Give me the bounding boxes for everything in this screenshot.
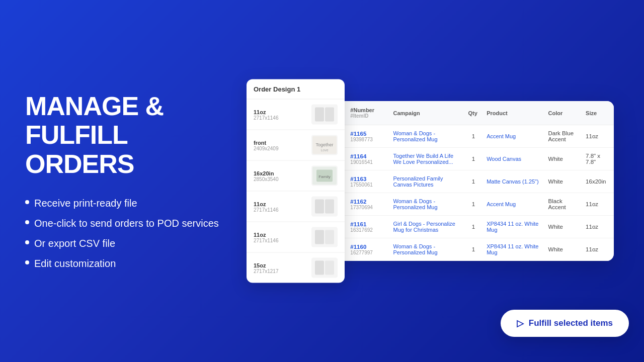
header-qty: Qty xyxy=(464,101,483,125)
table-row: #1163 17550061 Personalized Family Canva… xyxy=(327,170,614,193)
row-number: #1161 16317692 xyxy=(346,216,389,238)
bullet-dot xyxy=(25,220,29,224)
row-campaign: Woman & Dogs - Personalized Mug xyxy=(389,238,464,261)
row-campaign: Personalized Family Canvas Pictures xyxy=(389,170,464,193)
order-design-header: Order Design 1 xyxy=(247,79,345,100)
row-campaign: Together We Build A Life We Love Persona… xyxy=(389,148,464,170)
row-product: Matte Canvas (1.25") xyxy=(482,170,544,193)
table-row: #1164 19016541 Together We Build A Life … xyxy=(327,148,614,170)
design-thumbnail: Family xyxy=(311,166,338,186)
row-campaign: Girl & Dogs - Personalize Mug for Christ… xyxy=(389,216,464,238)
orders-table: #Number #ItemID Campaign Qty Product Col… xyxy=(327,101,614,261)
table-header-row: #Number #ItemID Campaign Qty Product Col… xyxy=(327,101,614,125)
row-qty: 1 xyxy=(464,125,483,148)
row-qty: 1 xyxy=(464,216,483,238)
row-number: #1163 17550061 xyxy=(346,170,389,193)
row-size: 11oz xyxy=(582,125,614,148)
design-item-1: 11oz 2717x1146 xyxy=(247,100,345,130)
bullet-item-2: One-click to send orders to POD services xyxy=(25,217,221,230)
table-row: #1162 17370694 Woman & Dogs - Personaliz… xyxy=(327,193,614,216)
row-size: 11oz xyxy=(582,238,614,261)
feature-list: Receive print-ready file One-click to se… xyxy=(25,197,221,270)
design-dim: 2717x1146 xyxy=(254,237,279,243)
row-color: Black Accent xyxy=(544,193,582,216)
table-row: #1160 16277997 Woman & Dogs - Personaliz… xyxy=(327,238,614,261)
design-thumbnail: Together Love xyxy=(311,135,338,155)
fulfill-button-wrapper: ▷ Fulfill selected items xyxy=(501,310,629,337)
row-product: Wood Canvas xyxy=(482,148,544,170)
row-size: 11oz xyxy=(582,216,614,238)
header-color: Color xyxy=(544,101,582,125)
fulfill-icon: ▷ xyxy=(517,318,524,329)
row-campaign: Woman & Dogs - Personalized Mug xyxy=(389,125,464,148)
bullet-dot xyxy=(25,260,29,264)
orders-table-wrapper: #Number #ItemID Campaign Qty Product Col… xyxy=(327,101,614,261)
design-item-2: front 2409x2409 Together Love xyxy=(247,130,345,161)
row-color: White xyxy=(544,148,582,170)
fulfill-selected-button[interactable]: ▷ Fulfill selected items xyxy=(501,310,629,337)
design-size: 11oz xyxy=(254,231,279,237)
bullet-item-1: Receive print-ready file xyxy=(25,197,221,210)
row-color: Dark Blue Accent xyxy=(544,125,582,148)
bullet-dot xyxy=(25,200,29,204)
design-item-5: 11oz 2717x1146 xyxy=(247,222,345,253)
row-size: 11oz xyxy=(582,193,614,216)
design-dim: 2717x1217 xyxy=(254,268,279,274)
bullet-item-4: Edit customization xyxy=(25,257,221,270)
row-number: #1165 19398773 xyxy=(346,125,389,148)
bullet-item-3: Or export CSV file xyxy=(25,237,221,250)
row-product: XP8434 11 oz. White Mug xyxy=(482,216,544,238)
order-design-card: Order Design 1 11oz 2717x1146 front 2409… xyxy=(247,79,345,283)
design-thumbnail xyxy=(311,258,338,278)
row-product: Accent Mug xyxy=(482,193,544,216)
row-qty: 1 xyxy=(464,148,483,170)
row-product: Accent Mug xyxy=(482,125,544,148)
right-panel: Order Design 1 11oz 2717x1146 front 2409… xyxy=(247,0,644,362)
design-item-3: 16x20in 2850x3540 Family xyxy=(247,161,345,192)
design-size: 15oz xyxy=(254,262,279,268)
header-number: #Number #ItemID xyxy=(346,101,389,125)
design-dim: 2717x1146 xyxy=(254,115,279,120)
row-campaign: Woman & Dogs - Personalized Mug xyxy=(389,193,464,216)
design-dim: 2850x3540 xyxy=(254,176,279,182)
row-qty: 1 xyxy=(464,238,483,261)
row-number: #1164 19016541 xyxy=(346,148,389,170)
design-dim: 2717x1146 xyxy=(254,207,279,212)
design-dim: 2409x2409 xyxy=(254,145,279,151)
svg-text:Family: Family xyxy=(318,174,331,179)
design-item-6: 15oz 2717x1217 xyxy=(247,253,345,283)
design-size: 11oz xyxy=(254,201,279,207)
row-product: XP8434 11 oz. White Mug xyxy=(482,238,544,261)
fulfill-button-label: Fulfill selected items xyxy=(529,318,613,328)
design-thumbnail xyxy=(311,227,338,247)
svg-text:Together: Together xyxy=(315,142,333,147)
bullet-dot xyxy=(25,240,29,244)
header-campaign: Campaign xyxy=(389,101,464,125)
design-size: 16x20in xyxy=(254,170,279,176)
design-thumbnail xyxy=(311,197,338,217)
row-number: #1160 16277997 xyxy=(346,238,389,261)
design-size: 11oz xyxy=(254,109,279,115)
left-panel: MANAGE & FULFILL ORDERS Receive print-re… xyxy=(0,62,247,300)
row-size: 16x20in xyxy=(582,170,614,193)
row-color: White xyxy=(544,170,582,193)
row-size: 7.8" x 7.8" xyxy=(582,148,614,170)
row-qty: 1 xyxy=(464,193,483,216)
row-number: #1162 17370694 xyxy=(346,193,389,216)
design-size: front xyxy=(254,139,279,145)
design-thumbnail xyxy=(311,105,338,125)
main-title: MANAGE & FULFILL ORDERS xyxy=(25,92,221,178)
design-item-4: 11oz 2717x1146 xyxy=(247,192,345,222)
row-qty: 1 xyxy=(464,170,483,193)
svg-text:Love: Love xyxy=(320,148,328,152)
header-size: Size xyxy=(582,101,614,125)
header-product: Product xyxy=(482,101,544,125)
row-color: White xyxy=(544,238,582,261)
table-row: #1161 16317692 Girl & Dogs - Personalize… xyxy=(327,216,614,238)
row-color: White xyxy=(544,216,582,238)
table-row: #1165 19398773 Woman & Dogs - Personaliz… xyxy=(327,125,614,148)
